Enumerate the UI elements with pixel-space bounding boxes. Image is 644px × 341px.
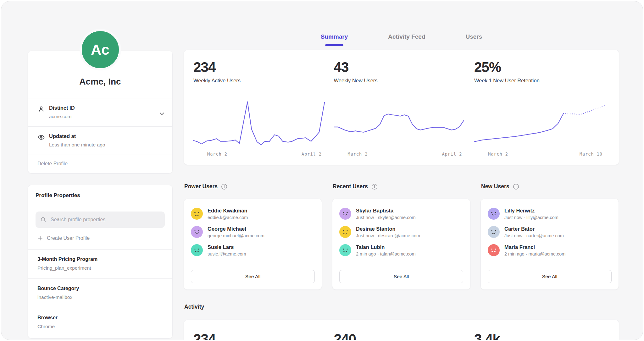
avatar [339,244,351,256]
create-user-profile-button[interactable]: Create User Profile [28,228,172,249]
user-row[interactable]: Lilly Herwitz Just now · lilly@acme.com [488,208,612,220]
stat-label: Weekly New Users [334,78,469,84]
stat-weekly-new-users: 43 Weekly New Users March 2 April 2 [334,59,469,157]
new-users-card: Lilly Herwitz Just now · lilly@acme.com … [480,199,619,290]
sparkline-chart [193,100,329,147]
property-name: Bounce Category [37,286,165,291]
updated-at-row: Updated at Less than one minute ago [28,126,172,155]
info-icon[interactable] [221,184,227,190]
delete-profile-button[interactable]: Delete Profile [28,155,172,173]
see-all-button[interactable]: See All [339,270,463,283]
search-input[interactable] [36,212,165,228]
user-subtitle: Just now · lilly@acme.com [504,215,558,220]
user-row[interactable]: Susie Lars susie.l@acme.com [191,244,315,256]
stat-label: Week 1 New User Retention [474,78,609,84]
avatar [488,226,500,238]
activity-section-title: Activity [184,304,619,310]
x-tick-start: March 2 [488,151,508,157]
avatar [339,226,351,238]
recent-users-card: Skylar Baptista Just now · skyler@acme.c… [332,199,470,290]
tab-label: Summary [321,33,348,40]
x-tick-end: April 2 [302,151,322,157]
activity-card: 234 240 3.4k [184,320,619,340]
user-name: Susie Lars [208,244,246,250]
user-name: Desirae Stanton [356,226,420,232]
company-initials: Ac [91,41,109,58]
profile-properties-card: Profile Properties Create User Profile 3… [28,185,173,338]
tab-summary[interactable]: Summary [321,33,348,45]
user-name: Skylar Baptista [356,208,416,214]
field-value: Less than one minute ago [49,142,105,148]
property-name: Browser [37,315,165,321]
new-users-section: New Users Lilly Herwitz Just now · lilly [480,183,619,290]
user-subtitle: Just now · desirare@acme.com [356,233,420,238]
tab-label: Activity Feed [388,33,425,40]
user-row[interactable]: Desirae Stanton Just now · desirare@acme… [339,226,463,238]
avatar-face [488,244,500,256]
avatar-face [488,226,500,238]
stat-week1-retention: 25% Week 1 New User Retention March 2 Ma… [474,59,609,157]
company-avatar: Ac [80,29,121,70]
tab-users[interactable]: Users [466,33,482,45]
user-row[interactable]: Carter Bator Just now · carter@acme.com [488,226,612,238]
power-users-section: Power Users Eddie Kwakman eddie.k@acme.c [184,183,322,290]
x-tick-start: March 2 [348,151,368,157]
property-row[interactable]: Browser Chrome [28,308,172,337]
field-value: acme.com [49,114,75,119]
user-subtitle: george.michael@acme.com [208,233,264,238]
recent-users-section: Recent Users Skylar Baptista Just now · [332,183,470,290]
user-name: Eddie Kwakman [208,208,248,214]
avatar-face [191,208,203,220]
user-row[interactable]: Maria Franci 2 min ago · maria@acme.com [488,244,612,256]
avatar-face [339,208,351,220]
avatar [191,226,203,238]
property-row[interactable]: Bounce Category inactive-mailbox [28,278,172,308]
power-users-card: Eddie Kwakman eddie.k@acme.com George Mi… [184,199,322,290]
property-value: Chrome [37,324,165,329]
app-window: Ac Acme, Inc Distinct ID acme.com [1,1,643,340]
stat-weekly-active-users: 234 Weekly Active Users March 2 April 2 [193,59,329,157]
avatar-face [191,244,203,256]
x-axis-labels: March 2 March 10 [474,151,609,157]
avatar [191,244,203,256]
user-subtitle: 2 min ago · talan@acme.com [356,251,416,256]
stat-label: Weekly Active Users [193,78,329,84]
user-row[interactable]: Skylar Baptista Just now · skyler@acme.c… [339,208,463,220]
user-subtitle: 2 min ago · maria@acme.com [504,251,565,256]
property-row[interactable]: 3-Month Pricing Program Pricing_plan_exp… [28,249,172,278]
user-name: George Michael [208,226,264,232]
avatar-face [191,226,203,238]
see-all-button[interactable]: See All [191,270,315,283]
info-icon[interactable] [513,184,519,190]
user-subtitle: susie.l@acme.com [208,251,246,256]
info-icon[interactable] [371,184,378,190]
property-value: inactive-mailbox [37,294,165,300]
tab-bar: Summary Activity Feed Users [184,33,619,45]
avatar [339,208,351,220]
user-row[interactable]: Eddie Kwakman eddie.k@acme.com [191,208,315,220]
user-subtitle: eddie.k@acme.com [208,215,248,220]
distinct-id-row: Distinct ID acme.com [28,98,172,126]
avatar-face [339,244,351,256]
chevron-down-icon[interactable] [158,110,165,117]
stat-value: 43 [334,59,469,75]
tab-activity-feed[interactable]: Activity Feed [388,33,425,45]
section-title: Power Users [184,183,218,190]
user-row[interactable]: George Michael george.michael@acme.com [191,226,315,238]
search-wrap [28,205,172,228]
user-row[interactable]: Talan Lubin 2 min ago · talan@acme.com [339,244,463,256]
property-value: Pricing_plan_experiment [37,265,165,271]
activity-stat-value: 240 [334,331,469,340]
sparkline-chart [334,100,469,147]
avatar [488,208,500,220]
active-tab-underline [325,44,343,46]
x-axis-labels: March 2 April 2 [193,151,329,157]
x-tick-end: April 2 [442,151,462,157]
x-tick-start: March 2 [207,151,227,157]
user-name: Maria Franci [504,244,565,250]
user-subtitle: Just now · carter@acme.com [504,233,564,238]
x-tick-end: March 10 [580,151,602,157]
see-all-button[interactable]: See All [488,270,612,283]
user-name: Carter Bator [504,226,564,232]
avatar [488,244,500,256]
